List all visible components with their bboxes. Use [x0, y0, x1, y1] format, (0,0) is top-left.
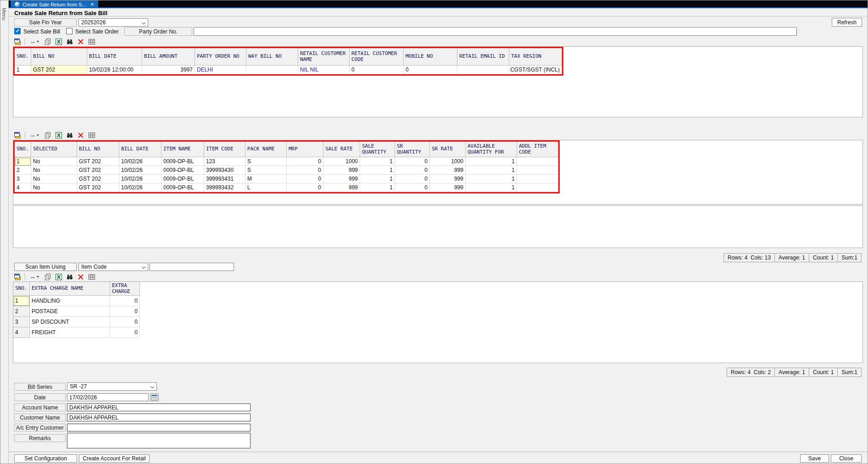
scan-item-using-button[interactable]: Scan Item Using [14, 263, 77, 271]
grid-header-cell[interactable]: RETAIL EMAIL ID [457, 48, 509, 66]
grid-header-cell[interactable]: TAX REGION [509, 48, 562, 66]
grid-header-cell[interactable]: ADDL ITEM CODE [517, 142, 558, 157]
remarks-input[interactable] [67, 433, 250, 448]
grid-header-cell[interactable]: SNO. [13, 282, 30, 296]
grid-header-cell[interactable]: MOBILE NO [404, 48, 457, 66]
grid-cell[interactable]: 1 [466, 157, 517, 166]
party-order-input[interactable] [194, 27, 797, 36]
layout-icon[interactable] [13, 131, 22, 139]
grid-header-cell[interactable]: SELECTED [31, 142, 77, 157]
grid-cell[interactable]: POSTAGE [30, 306, 110, 317]
grid-cell[interactable]: 10/02/26 12:00:00 [87, 66, 142, 74]
grid-header-cell[interactable]: RETAIL CUSTOMER CODE [350, 48, 404, 66]
grid-cell[interactable]: 999 [323, 166, 360, 175]
copy-icon[interactable] [43, 273, 52, 281]
grid-cell[interactable]: 0 [395, 175, 430, 183]
set-configuration-button[interactable]: Set Configuration [14, 454, 77, 463]
layout-icon[interactable] [13, 38, 22, 46]
grid-cell[interactable]: 999 [430, 183, 466, 192]
grid-header-cell[interactable]: BILL DATE [87, 48, 142, 66]
grid-cell[interactable]: 0 [287, 175, 323, 183]
grid-cell[interactable]: GST 202 [77, 166, 119, 175]
grid-lines-icon[interactable] [87, 131, 96, 139]
grid-cell[interactable]: S [245, 157, 287, 166]
grid-header-cell[interactable]: BILL NO [77, 142, 119, 157]
grid-cell[interactable]: 3 [13, 317, 30, 327]
scan-mode-select[interactable]: Item Code [78, 263, 148, 271]
delete-icon[interactable] [76, 273, 85, 281]
grid-header-cell[interactable]: SR RATE [430, 142, 466, 157]
find-icon[interactable] [65, 131, 74, 139]
grid-cell[interactable] [246, 66, 298, 74]
grid-cell[interactable]: 0 [287, 157, 323, 166]
layout-icon[interactable] [13, 273, 22, 281]
grid-cell[interactable]: CGST/SGST (INCL) [509, 66, 562, 74]
customer-name-input[interactable] [67, 414, 250, 421]
grid-cell[interactable]: No [31, 166, 77, 175]
grid-cell[interactable]: 123 [204, 157, 245, 166]
delete-icon[interactable] [76, 38, 85, 46]
grid-cell[interactable]: 1 [466, 175, 517, 183]
column-width-icon[interactable]: ↔▼ [28, 273, 41, 281]
grid-cell[interactable]: 999 [430, 175, 466, 183]
grid-cell[interactable]: S [245, 166, 287, 175]
grid-header-cell[interactable]: PACK NAME [245, 142, 287, 157]
grid-cell[interactable]: 1000 [430, 157, 466, 166]
grid-cell[interactable]: M [245, 175, 287, 183]
tab-close-icon[interactable]: ✕ [90, 2, 94, 7]
copy-icon[interactable] [43, 131, 52, 139]
grid-cell[interactable]: NIL NIL [298, 66, 350, 74]
grid-cell[interactable]: 0009-OP-BL [161, 175, 204, 183]
refresh-button[interactable]: Refresh [832, 18, 862, 27]
grid-header-cell[interactable]: MRP [287, 142, 323, 157]
find-icon[interactable] [65, 273, 74, 281]
grid-cell[interactable]: 1 [15, 157, 31, 166]
grid-cell[interactable]: 1 [360, 166, 395, 175]
select-sale-order-checkbox[interactable] [66, 28, 72, 34]
excel-export-icon[interactable]: X [54, 38, 63, 46]
tab-create-sale-return[interactable]: Create Sale Return from S... ✕ [11, 0, 98, 8]
account-name-input[interactable] [67, 403, 250, 411]
grid-header-cell[interactable]: WAY BILL NO [246, 48, 298, 66]
grid-cell[interactable] [517, 175, 558, 183]
grid-cell[interactable]: 1 [466, 166, 517, 175]
find-icon[interactable] [65, 38, 74, 46]
grid-header-cell[interactable]: PARTY ORDER NO [195, 48, 246, 66]
grid-cell[interactable]: 4 [13, 327, 30, 338]
grid-header-cell[interactable]: EXTRA CHARGE [110, 282, 140, 296]
grid-cell[interactable]: No [31, 157, 77, 166]
grid-header-cell[interactable]: BILL AMOUNT [142, 48, 195, 66]
grid-cell[interactable]: HANDLING [30, 296, 110, 306]
calendar-icon[interactable] [150, 393, 159, 401]
grid-cell[interactable]: 10/02/26 [119, 166, 161, 175]
column-width-icon[interactable]: ↔▼ [28, 131, 41, 139]
excel-export-icon[interactable]: X [54, 273, 63, 281]
grid-cell[interactable]: 0 [110, 317, 140, 327]
grid-header-cell[interactable]: AVAILABLE QUANTITY FOR [466, 142, 517, 157]
grid-cell[interactable]: 999 [323, 175, 360, 183]
grid-cell[interactable] [517, 183, 558, 192]
fin-year-select[interactable]: 20252026 [78, 18, 148, 27]
grid-header-cell[interactable]: BILL NO [31, 48, 87, 66]
grid-cell[interactable]: 3 [15, 175, 31, 183]
grid-header-cell[interactable]: SALE RATE [323, 142, 360, 157]
grid-cell[interactable]: No [31, 183, 77, 192]
grid-cell[interactable]: 0 [395, 166, 430, 175]
grid-cell[interactable]: 0 [110, 327, 140, 338]
grid-cell[interactable]: 0009-OP-BL [161, 183, 204, 192]
grid-lines-icon[interactable] [87, 38, 96, 46]
excel-export-icon[interactable]: X [54, 131, 63, 139]
grid-header-cell[interactable]: RETAIL CUSTOMER NAME [298, 48, 350, 66]
grid-cell[interactable]: No [31, 175, 77, 183]
grid-header-cell[interactable]: SALE QUANTITY [360, 142, 395, 157]
copy-icon[interactable] [43, 38, 52, 46]
menu-strip[interactable]: Menu [0, 0, 9, 464]
grid-cell[interactable] [457, 66, 509, 74]
grid-cell[interactable]: 399993430 [204, 166, 245, 175]
grid-header-cell[interactable]: EXTRA CHARGE NAME [30, 282, 110, 296]
bill-series-select[interactable]: SR -27 [67, 382, 157, 391]
delete-icon[interactable] [76, 131, 85, 139]
grid-header-cell[interactable]: BILL DATE [119, 142, 161, 157]
grid-cell[interactable]: 1 [13, 296, 30, 306]
grid-cell[interactable]: 0 [110, 296, 140, 306]
